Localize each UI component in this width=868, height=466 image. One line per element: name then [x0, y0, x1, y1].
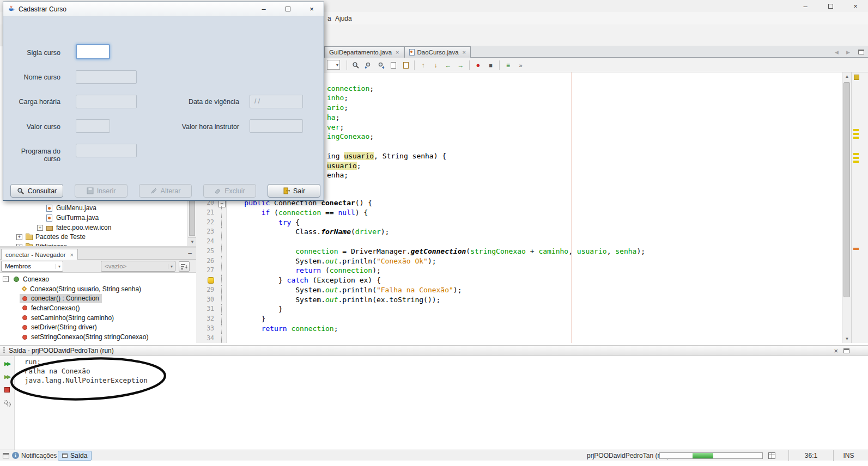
scroll-down-icon[interactable]: ▼: [188, 237, 196, 246]
toggle-comment-icon[interactable]: ≡: [502, 59, 514, 71]
rerun-icon[interactable]: ▶▶: [2, 358, 13, 369]
button-label: Sair: [293, 187, 305, 195]
window-maximize-icon[interactable]: [818, 0, 843, 12]
project-tree-item[interactable]: +Pacotes de Teste: [0, 232, 196, 242]
window-minimize-icon[interactable]: –: [793, 0, 818, 12]
ant-settings-icon[interactable]: [2, 397, 13, 408]
rerun-with-args-icon[interactable]: ▶▶: [2, 371, 13, 382]
project-tree-item[interactable]: GuiMenu.java: [0, 204, 196, 213]
navigator-member-item[interactable]: setStringConexao(String stringConexao): [0, 333, 196, 342]
navigator-tab[interactable]: conectar - Navegador ×: [1, 249, 78, 260]
navigator-member-item[interactable]: Conexao(String usuario, String senha): [0, 284, 196, 293]
code-line-25[interactable]: 25 connection = DriverManager.getConnect…: [196, 247, 842, 256]
navigator-member-tree[interactable]: −ConexaoConexao(String usuario, String s…: [0, 273, 196, 344]
scroll-up-icon[interactable]: ▲: [842, 72, 852, 81]
scrollbar-thumb[interactable]: [843, 82, 850, 297]
code-line-21[interactable]: 21 if (connection == null) {: [196, 208, 842, 218]
editor-vertical-scrollbar[interactable]: ▲ ▼: [842, 72, 851, 343]
project-tree-item[interactable]: GuiTurma.java: [0, 213, 196, 223]
code-line-33[interactable]: 33 return connection;: [196, 324, 842, 334]
warning-mark[interactable]: [853, 133, 859, 135]
code-line-28[interactable]: } catch (Exception ex) {: [196, 275, 842, 285]
dialog-close-icon[interactable]: ×: [300, 2, 324, 16]
find-icon[interactable]: [349, 59, 362, 71]
maximize-editor-icon[interactable]: [856, 47, 866, 57]
window-close-icon[interactable]: ×: [843, 0, 868, 12]
code-line-27[interactable]: 27 return (connection);: [196, 266, 842, 275]
close-output-icon[interactable]: ×: [834, 347, 838, 355]
project-tree-item[interactable]: +Bibliotecas: [0, 242, 196, 246]
tab-close-icon[interactable]: ×: [463, 49, 466, 56]
dialog-minimize-icon[interactable]: –: [252, 2, 276, 16]
code-line-23[interactable]: 23 Class.forName(driver);: [196, 227, 842, 237]
dialog-maximize-icon[interactable]: [276, 2, 300, 16]
select-in-projects-icon[interactable]: [387, 59, 399, 71]
tab-guidepartamento[interactable]: GuiDepartamento.java ×: [324, 46, 404, 58]
code-line-26[interactable]: 26 System.out.println("Conexão Ok");: [196, 256, 842, 266]
warning-mark[interactable]: [853, 153, 859, 155]
hint-mark[interactable]: [853, 248, 859, 250]
forward-icon[interactable]: →: [454, 59, 467, 71]
file-status-icon[interactable]: [854, 75, 859, 80]
warning-mark[interactable]: [853, 129, 859, 131]
find-previous-icon[interactable]: [362, 59, 374, 71]
code-line-24[interactable]: 24: [196, 237, 842, 247]
menu-item-ajuda[interactable]: Ajuda: [333, 14, 354, 23]
scroll-tabs-right-icon[interactable]: ▶: [843, 47, 853, 57]
shift-right-icon[interactable]: »: [514, 59, 527, 71]
back-icon[interactable]: ←: [442, 59, 454, 71]
minimize-panel-icon[interactable]: –: [188, 249, 192, 257]
select-in-files-icon[interactable]: [399, 59, 412, 71]
tab-close-icon[interactable]: ×: [70, 252, 74, 258]
scroll-tabs-left-icon[interactable]: ◀: [831, 47, 842, 57]
stop-macro-icon[interactable]: ■: [484, 59, 497, 71]
sort-members-icon[interactable]: [179, 261, 190, 272]
consultar-button[interactable]: Consultar: [10, 184, 63, 198]
next-bookmark-icon[interactable]: ↓: [429, 59, 442, 71]
tree-expand-icon[interactable]: +: [37, 225, 43, 231]
stop-build-icon[interactable]: [2, 384, 13, 395]
navigator-member-item[interactable]: caminho : String: [0, 342, 196, 344]
code-line-32[interactable]: 32 }: [196, 314, 842, 324]
process-list-icon[interactable]: [768, 452, 775, 459]
find-next-icon[interactable]: [374, 59, 387, 71]
notifications-label[interactable]: Notificações: [21, 452, 57, 459]
tree-expand-icon[interactable]: +: [16, 234, 22, 240]
info-icon[interactable]: i: [12, 452, 19, 459]
code-line-31[interactable]: 31 }: [196, 304, 842, 314]
sair-button[interactable]: Sair: [268, 184, 320, 198]
code-line-29[interactable]: 29 System.out.println("Falha na Conexão"…: [196, 285, 842, 295]
output-header[interactable]: Saída - prjPOODavidPedroTan (run) ×: [0, 345, 868, 356]
window-group-icon[interactable]: [3, 453, 9, 458]
tab-close-icon[interactable]: ×: [396, 49, 399, 56]
scroll-down-icon[interactable]: ▼: [842, 335, 852, 343]
code-line-30[interactable]: 30 System.out.println(ex.toString());: [196, 295, 842, 305]
sigla-curso-input[interactable]: [76, 44, 110, 59]
project-tree-item[interactable]: +fatec.poo.view.icon: [0, 223, 196, 232]
dialog-titlebar[interactable]: Cadastrar Curso – ×: [3, 2, 324, 16]
tab-daocurso[interactable]: DaoCurso.java ×: [404, 46, 471, 58]
output-minimized-tab[interactable]: Saída: [58, 451, 92, 461]
code-line-22[interactable]: 22 try {: [196, 218, 842, 228]
float-output-icon[interactable]: [843, 348, 849, 353]
navigator-member-item[interactable]: setCaminho(String caminho): [0, 313, 196, 322]
members-view-combo[interactable]: Membros ▾: [1, 261, 63, 272]
warning-mark[interactable]: [853, 137, 859, 139]
editor-history-combo[interactable]: ▾: [327, 60, 340, 70]
scrollbar-thumb[interactable]: [189, 200, 195, 236]
code-line-34[interactable]: 34: [196, 334, 842, 344]
tree-collapse-icon[interactable]: −: [3, 276, 9, 282]
navigator-member-item[interactable]: conectar() : Connection: [0, 294, 196, 303]
previous-bookmark-icon[interactable]: ↑: [417, 59, 429, 71]
editor-hint-bulb-icon[interactable]: [208, 277, 214, 284]
warning-mark[interactable]: [853, 157, 859, 159]
menu-item-partial[interactable]: a: [325, 14, 333, 23]
navigator-member-item[interactable]: setDriver(String driver): [0, 323, 196, 332]
navigator-member-item[interactable]: fecharConexao(): [0, 303, 196, 312]
navigator-root-item[interactable]: −Conexao: [0, 274, 196, 284]
record-macro-icon[interactable]: ●: [472, 59, 484, 71]
panel-grip[interactable]: [3, 347, 5, 354]
filter-combo[interactable]: <vazio> ▾: [101, 261, 175, 272]
warning-mark[interactable]: [853, 161, 859, 163]
output-console[interactable]: run:Falha na Conexãojava.lang.NullPointe…: [15, 356, 868, 450]
